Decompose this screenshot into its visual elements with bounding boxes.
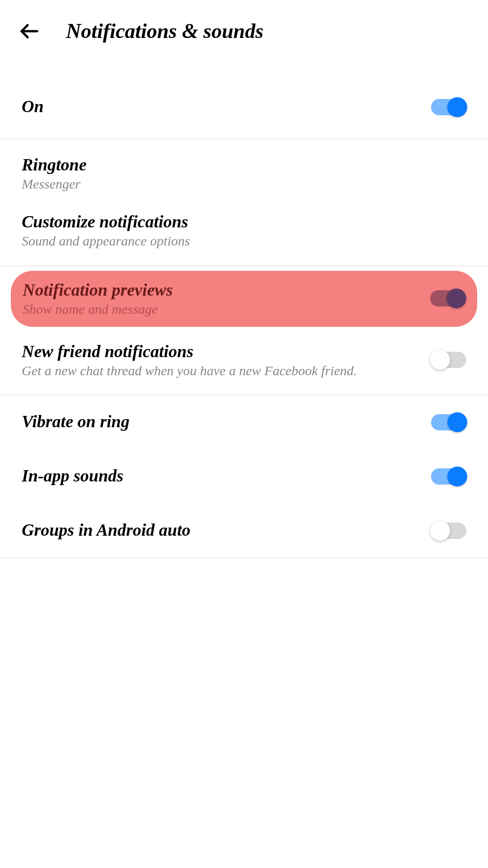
row-customize-notifications[interactable]: Customize notifications Sound and appear… — [0, 202, 488, 266]
toggle-vibrate-on-ring[interactable] — [431, 414, 466, 430]
row-subtitle: Show name and message — [23, 302, 430, 317]
page-title: Notifications & sounds — [66, 19, 263, 43]
row-subtitle: Sound and appearance options — [22, 233, 466, 249]
section-sounds: Vibrate on ring In-app sounds Groups in … — [0, 395, 488, 558]
row-title: Ringtone — [22, 155, 466, 175]
section-previews: Notification previews Show name and mess… — [0, 271, 488, 395]
row-title: In-app sounds — [22, 466, 431, 486]
section-master: On — [0, 75, 488, 139]
row-title: On — [22, 96, 431, 116]
row-title: Customize notifications — [22, 212, 466, 231]
row-title: Groups in Android auto — [22, 520, 431, 540]
row-title: Notification previews — [23, 280, 430, 300]
row-groups-android-auto[interactable]: Groups in Android auto — [0, 504, 488, 558]
row-notification-previews[interactable]: Notification previews Show name and mess… — [11, 271, 477, 327]
toggle-new-friend-notifications[interactable] — [431, 352, 466, 368]
row-title: Vibrate on ring — [22, 411, 431, 431]
row-title: New friend notifications — [22, 341, 431, 361]
header: Notifications & sounds — [0, 0, 488, 57]
section-ringtone: Ringtone Messenger Customize notificatio… — [0, 139, 488, 266]
toggle-notifications-on[interactable] — [431, 99, 466, 115]
row-notifications-on[interactable]: On — [0, 75, 488, 139]
toggle-in-app-sounds[interactable] — [431, 468, 466, 485]
back-icon[interactable] — [18, 20, 41, 42]
row-ringtone[interactable]: Ringtone Messenger — [0, 139, 488, 202]
row-in-app-sounds[interactable]: In-app sounds — [0, 449, 488, 504]
toggle-notification-previews[interactable] — [430, 290, 465, 307]
row-new-friend-notifications[interactable]: New friend notifications Get a new chat … — [0, 331, 488, 395]
row-subtitle: Messenger — [22, 176, 466, 192]
row-vibrate-on-ring[interactable]: Vibrate on ring — [0, 395, 488, 449]
toggle-groups-android-auto[interactable] — [431, 523, 466, 539]
row-subtitle: Get a new chat thread when you have a ne… — [22, 363, 431, 378]
